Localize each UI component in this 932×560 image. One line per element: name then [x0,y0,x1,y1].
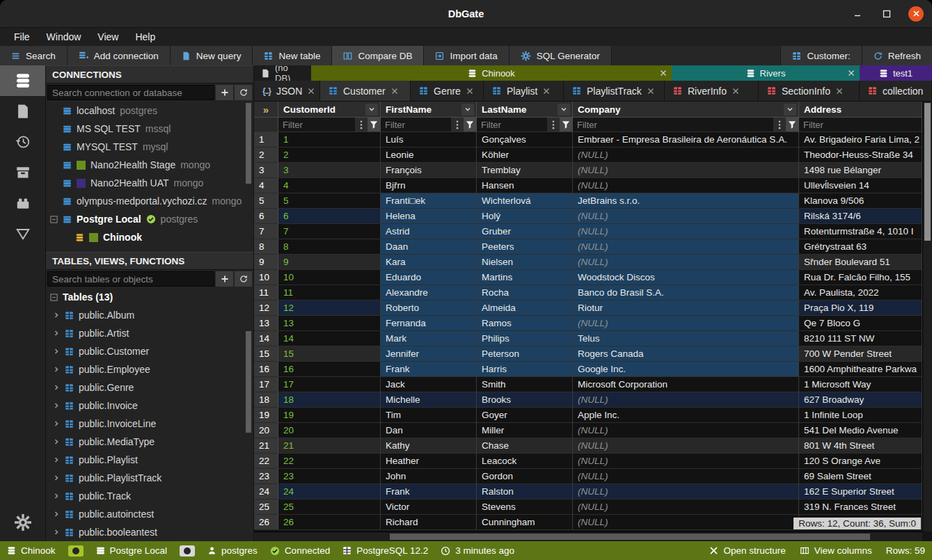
cell-customerid[interactable]: 20 [278,423,381,438]
row-number-cell[interactable]: 24 [254,484,278,499]
cell-customerid[interactable]: 10 [278,270,381,285]
funnel-icon[interactable] [786,118,798,131]
cell-customerid[interactable]: 23 [278,469,381,484]
cell-firstname[interactable]: Michelle [381,392,477,408]
cell-address[interactable]: Rilská 3174/6 [799,209,922,224]
tab-sectioninfo[interactable]: SectionInfo [759,81,860,101]
close-tab-icon[interactable] [660,68,667,79]
cell-lastname[interactable]: Cunningham [477,515,573,530]
cell-address[interactable]: Ullevĺlsveien 14 [799,178,922,193]
tab-playlist[interactable]: Playlist [484,81,564,101]
add-connection-button[interactable]: Add connection [68,46,171,65]
cell-address[interactable]: Theodor-Heuss-Straße 34 [799,147,922,163]
grid-horizontal-scrollbar[interactable] [254,531,922,541]
close-tab-icon[interactable] [391,86,398,97]
db-tab-test1[interactable]: test1 [860,65,932,81]
cell-firstname[interactable]: Eduardo [381,270,477,285]
cell-firstname[interactable]: Luís [381,132,477,147]
cell-lastname[interactable]: Goyer [477,408,573,423]
table-item-Track[interactable]: public.Track [46,487,253,505]
database-color-chip[interactable] [68,545,84,557]
status-rows-59[interactable]: Rows: 59 [886,545,925,556]
filter-input-firstname[interactable] [381,118,451,131]
cell-firstname[interactable]: Mark [381,331,477,346]
connection-item[interactable]: localhostpostgres [46,102,253,120]
filter-input-company[interactable] [573,118,773,131]
cell-address[interactable]: Sřnder Boulevard 51 [799,255,922,270]
cell-lastname[interactable]: Gruber [477,224,573,239]
table-item-MediaType[interactable]: public.MediaType [46,433,253,451]
row-number-cell[interactable]: 11 [254,285,278,301]
row-number-cell[interactable]: 25 [254,499,278,515]
column-header-address[interactable]: Address [799,102,922,118]
cell-lastname[interactable]: Almeida [477,301,573,316]
new-query-button[interactable]: New query [171,46,253,65]
cell-address[interactable]: 8210 111 ST NW [799,331,922,346]
db-tab-rivers[interactable]: Rivers [672,65,860,81]
close-tab-icon[interactable] [848,68,855,79]
cell-company[interactable]: Woodstock Discos [573,270,799,285]
cell-customerid[interactable]: 1 [278,132,381,147]
cell-customerid[interactable]: 6 [278,209,381,224]
table-item-PlaylistTrack[interactable]: public.PlaylistTrack [46,469,253,487]
cell-address[interactable]: Klanova 9/506 [799,193,922,209]
table-item-Employee[interactable]: public.Employee [46,360,253,378]
funnel-icon[interactable] [560,118,572,131]
cell-firstname[interactable]: Leonie [381,147,477,163]
db-tab-chinook[interactable]: Chinook [311,65,672,81]
cell-lastname[interactable]: Rocha [477,285,573,301]
cell-company[interactable]: (NULL) [573,163,799,178]
cell-address[interactable]: Grétrystraat 63 [799,239,922,255]
menu-view[interactable]: View [89,31,127,42]
cell-firstname[interactable]: Fernanda [381,316,477,331]
cell-address[interactable]: Praça Pio X, 119 [799,301,922,316]
cell-customerid[interactable]: 13 [278,316,381,331]
import-data-button[interactable]: Import data [424,46,509,65]
connection-item[interactable]: Nano2Health Stagemongo [46,156,253,174]
status-view-columns[interactable]: View columns [800,545,872,556]
cell-customerid[interactable]: 3 [278,163,381,178]
table-item-Artist[interactable]: public.Artist [46,324,253,342]
cell-customerid[interactable]: 24 [278,484,381,499]
sidebar-plugin-button[interactable] [0,188,45,218]
cell-customerid[interactable]: 25 [278,499,381,515]
close-tab-icon[interactable] [732,86,739,97]
cell-lastname[interactable]: Philips [477,331,573,346]
cell-customerid[interactable]: 9 [278,255,381,270]
sidebar-settings-button[interactable] [14,513,32,534]
cell-lastname[interactable]: Martins [477,270,573,285]
cell-firstname[interactable]: Franti□ek [381,193,477,209]
cell-company[interactable]: (NULL) [573,392,799,408]
tab-customer[interactable]: Customer [320,81,411,101]
tab-genre[interactable]: Genre [411,81,484,101]
connections-scrollbar-thumb[interactable] [246,103,251,184]
connection-color-chip[interactable] [180,545,195,557]
cell-lastname[interactable]: Nielsen [477,255,573,270]
connection-item[interactable]: Chinook [46,228,253,246]
cell-customerid[interactable]: 17 [278,377,381,392]
row-number-cell[interactable]: 10 [254,270,278,285]
row-number-cell[interactable]: 1 [254,132,278,147]
menu-help[interactable]: Help [127,31,164,42]
row-number-cell[interactable]: 21 [254,438,278,454]
cell-firstname[interactable]: Frank [381,362,477,377]
cell-customerid[interactable]: 5 [278,193,381,209]
filter-menu-icon[interactable] [451,118,464,131]
cell-firstname[interactable]: Victor [381,499,477,515]
row-number-cell[interactable]: 6 [254,209,278,224]
search-button[interactable]: Search [0,46,68,65]
cell-company[interactable]: Banco do Brasil S.A. [573,285,799,301]
cell-customerid[interactable]: 26 [278,515,381,530]
cell-firstname[interactable]: Richard [381,515,477,530]
tables-refresh-icon[interactable] [235,271,252,287]
new-table-button[interactable]: New table [253,46,332,65]
table-item-Album[interactable]: public.Album [46,306,253,324]
status-open-structure[interactable]: Open structure [709,545,785,556]
sidebar-database-button[interactable] [0,65,45,96]
cell-address[interactable]: 1 Microsoft Way [799,377,922,392]
cell-lastname[interactable]: Ralston [477,484,573,499]
cell-customerid[interactable]: 15 [278,346,381,362]
cell-company[interactable]: JetBrains s.r.o. [573,193,799,209]
row-number-cell[interactable]: 15 [254,346,278,362]
cell-firstname[interactable]: Helena [381,209,477,224]
